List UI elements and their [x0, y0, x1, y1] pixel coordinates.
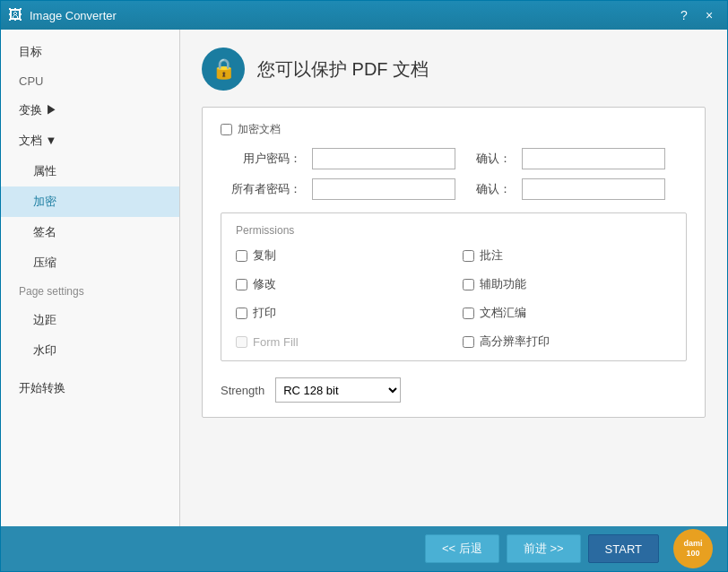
perm-modify-checkbox[interactable] — [236, 279, 247, 290]
user-confirm-label: 确认： — [466, 151, 511, 167]
sidebar-item-bianju[interactable]: 边距 — [1, 305, 179, 335]
encrypt-label: 加密文档 — [221, 122, 687, 137]
sidebar-item-pagesettings[interactable]: Page settings — [1, 278, 179, 305]
perm-annotate-checkbox[interactable] — [463, 250, 474, 262]
sidebar-item-wendang[interactable]: 文档 ▼ — [1, 126, 179, 156]
start-button[interactable]: START — [588, 534, 659, 563]
encrypt-checkbox[interactable] — [221, 124, 232, 135]
titlebar-left: 🖼 Image Converter — [8, 7, 117, 23]
titlebar-controls: ? × — [673, 4, 720, 26]
user-password-label: 用户密码： — [221, 151, 301, 167]
page-header: 🔒 您可以保护 PDF 文档 — [202, 48, 706, 91]
perm-assemble-checkbox[interactable] — [463, 308, 474, 319]
perm-hiresprint: 高分辨率打印 — [463, 334, 672, 350]
footer: << 后退 前进 >> START dami100 — [1, 526, 727, 571]
perm-print-checkbox[interactable] — [236, 308, 247, 319]
sidebar-item-bianhuan[interactable]: 变换 ▶ — [1, 95, 179, 126]
sidebar-item-qianming[interactable]: 签名 — [1, 217, 179, 247]
titlebar: 🖼 Image Converter ? × — [1, 1, 727, 30]
sidebar-item-cpu[interactable]: CPU — [1, 67, 179, 95]
owner-password-label: 所有者密码： — [221, 181, 301, 197]
sidebar-item-yasuo[interactable]: 压缩 — [1, 247, 179, 278]
lock-icon: 🔒 — [202, 48, 245, 91]
sidebar-item-jiami[interactable]: 加密 — [1, 186, 179, 217]
user-password-row: 用户密码： 确认： — [221, 148, 687, 169]
perm-copy-checkbox[interactable] — [236, 250, 247, 262]
page-header-title: 您可以保护 PDF 文档 — [257, 57, 429, 82]
owner-confirm-input[interactable] — [522, 178, 665, 200]
permissions-section: Permissions 复制 批注 — [221, 212, 687, 361]
perm-accessibility: 辅助功能 — [463, 276, 672, 292]
sidebar-item-shuiyin[interactable]: 水印 — [1, 335, 179, 366]
user-password-input[interactable] — [312, 148, 455, 169]
back-button[interactable]: << 后退 — [425, 534, 499, 563]
permissions-grid: 复制 批注 修改 辅助功能 — [236, 247, 672, 350]
permissions-title: Permissions — [236, 224, 672, 237]
content-area: 🔒 您可以保护 PDF 文档 加密文档 用户密码： 确认： — [180, 30, 727, 526]
sidebar: 目标 CPU 变换 ▶ 文档 ▼ 属性 加密 签名 压缩 — [1, 30, 180, 526]
perm-formfill: Form Fill — [236, 334, 445, 350]
sidebar-item-kaishizhuanhua[interactable]: 开始转换 — [1, 373, 179, 403]
strength-select[interactable]: RC 40 bit RC 128 bit AES 128 bit AES 256… — [275, 377, 401, 403]
owner-password-input[interactable] — [312, 178, 455, 200]
form-section: 加密文档 用户密码： 确认： 所有者密码： 确认： — [202, 107, 706, 418]
perm-copy: 复制 — [236, 247, 445, 264]
perm-assemble: 文档汇编 — [463, 305, 672, 321]
perm-hiresprint-checkbox[interactable] — [463, 336, 474, 348]
perm-print: 打印 — [236, 305, 445, 321]
user-confirm-input[interactable] — [522, 148, 665, 169]
perm-annotate: 批注 — [463, 247, 672, 264]
owner-password-row: 所有者密码： 确认： — [221, 178, 687, 200]
main-window: 🖼 Image Converter ? × 目标 CPU 变换 ▶ 文档 ▼ 属… — [0, 0, 728, 572]
main-content: 目标 CPU 变换 ▶ 文档 ▼ 属性 加密 签名 压缩 — [1, 30, 727, 526]
strength-label: Strength — [221, 384, 264, 397]
close-button[interactable]: × — [698, 4, 720, 26]
strength-row: Strength RC 40 bit RC 128 bit AES 128 bi… — [221, 377, 687, 403]
perm-accessibility-checkbox[interactable] — [463, 279, 474, 290]
help-button[interactable]: ? — [673, 4, 695, 26]
perm-modify: 修改 — [236, 276, 445, 292]
forward-button[interactable]: 前进 >> — [507, 534, 581, 563]
watermark-badge: dami100 — [673, 529, 713, 568]
app-title: Image Converter — [30, 9, 117, 22]
perm-formfill-checkbox[interactable] — [236, 336, 247, 348]
app-icon: 🖼 — [8, 7, 22, 23]
sidebar-item-shuxing[interactable]: 属性 — [1, 156, 179, 186]
sidebar-item-mubiao[interactable]: 目标 — [1, 37, 179, 67]
owner-confirm-label: 确认： — [466, 181, 511, 197]
